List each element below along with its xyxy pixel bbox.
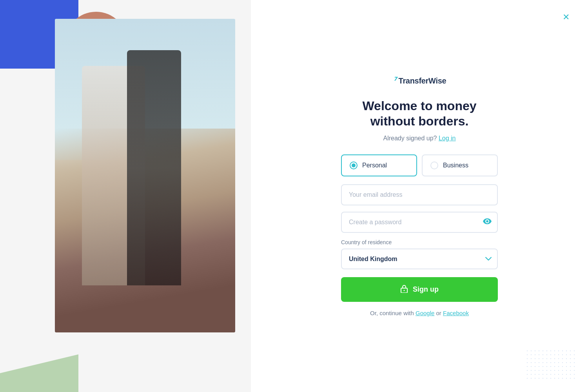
lock-icon xyxy=(400,284,408,295)
left-panel xyxy=(0,0,251,392)
business-account-btn[interactable]: Business xyxy=(422,154,498,176)
page-title: Welcome to money without borders. xyxy=(341,98,498,129)
green-decoration xyxy=(0,345,78,392)
password-input[interactable] xyxy=(341,212,498,233)
close-button[interactable]: ✕ xyxy=(560,11,572,24)
social-login-row: Or, continue with Google or Facebook xyxy=(370,310,469,316)
hero-photo xyxy=(55,19,235,332)
facebook-link[interactable]: Facebook xyxy=(443,310,469,316)
account-type-selector: Personal Business xyxy=(341,154,498,176)
svg-point-1 xyxy=(404,290,405,291)
subtitle: Already signed up? Log in xyxy=(383,135,456,142)
signup-button[interactable]: Sign up xyxy=(341,277,498,302)
personal-label: Personal xyxy=(362,162,387,169)
email-input[interactable] xyxy=(341,184,498,205)
signup-form: ⁷ TransferWise Welcome to money without … xyxy=(341,76,498,316)
business-label: Business xyxy=(443,162,468,169)
logo-icon: ⁷ xyxy=(393,76,396,86)
password-wrapper xyxy=(341,212,498,233)
show-password-icon[interactable] xyxy=(483,218,492,226)
business-radio xyxy=(430,162,438,169)
country-section: Country of residence United Kingdom Unit… xyxy=(341,239,498,269)
logo-area: ⁷ TransferWise xyxy=(393,76,446,86)
country-select-wrapper: United Kingdom United States Germany Fra… xyxy=(341,249,498,269)
bottom-dots-decoration xyxy=(525,349,576,380)
country-select[interactable]: United Kingdom United States Germany Fra… xyxy=(341,249,498,269)
right-panel: ✕ ⁷ TransferWise Welcome to money withou… xyxy=(251,0,588,392)
personal-radio xyxy=(350,162,358,169)
signup-label: Sign up xyxy=(413,285,439,294)
social-text: Or, continue with xyxy=(370,310,414,316)
personal-account-btn[interactable]: Personal xyxy=(341,154,417,176)
or-text: or xyxy=(436,310,443,316)
personal-radio-dot xyxy=(352,163,356,167)
google-link[interactable]: Google xyxy=(416,310,434,316)
logo-text: TransferWise xyxy=(399,76,446,85)
country-label: Country of residence xyxy=(341,239,498,245)
login-link[interactable]: Log in xyxy=(439,135,456,142)
already-signed-up-text: Already signed up? xyxy=(383,135,437,142)
